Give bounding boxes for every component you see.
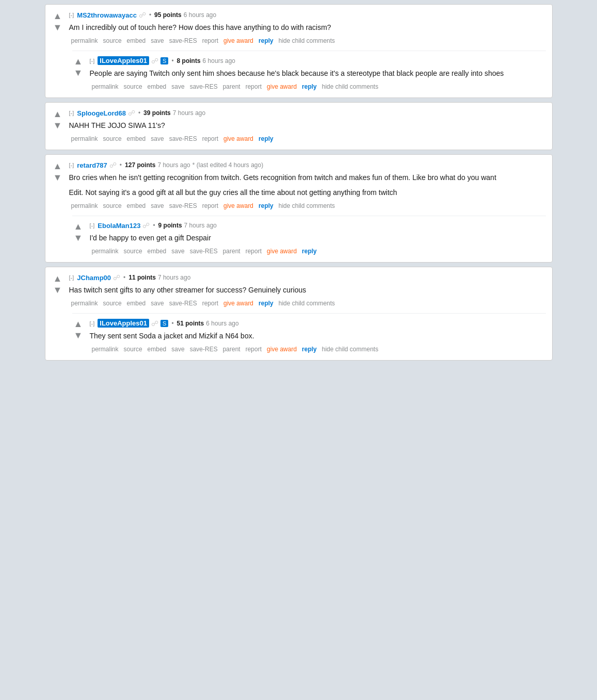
hide-child-link[interactable]: hide child comments [277, 201, 337, 210]
save-link[interactable]: save [169, 82, 186, 91]
downvote-arrow[interactable]: ▼ [74, 233, 83, 244]
save-link[interactable]: save [149, 134, 166, 143]
parent-link[interactable]: parent [221, 247, 243, 256]
username[interactable]: MS2throwawayacc [77, 11, 137, 19]
username[interactable]: EbolaMan123 [98, 222, 140, 230]
points: 127 points [125, 161, 155, 169]
save-res-link[interactable]: save-RES [167, 299, 199, 308]
source-link[interactable]: source [101, 134, 124, 143]
source-link[interactable]: source [101, 201, 124, 210]
report-link[interactable]: report [200, 134, 220, 143]
embed-link[interactable]: embed [146, 82, 169, 91]
save-link[interactable]: save [149, 36, 166, 45]
reply-link[interactable]: reply [300, 82, 319, 91]
reply-link[interactable]: reply [256, 299, 276, 308]
username[interactable]: SploogeLord68 [77, 109, 126, 117]
save-res-link[interactable]: save-RES [188, 345, 220, 354]
downvote-arrow[interactable]: ▼ [74, 330, 83, 341]
source-link[interactable]: source [122, 247, 144, 256]
upvote-arrow[interactable]: ▲ [74, 56, 83, 68]
save-res-link[interactable]: save-RES [167, 134, 199, 143]
parent-link[interactable]: parent [221, 82, 243, 91]
comment-header: [-] EbolaMan123 ☍ • 9 points 7 hours ago [90, 221, 546, 230]
give-award-link[interactable]: give award [265, 247, 299, 256]
reply-link[interactable]: reply [300, 247, 319, 256]
comment-block: ▲ ▼ [-] JChamp00 ☍ • 11 points 7 hours a… [45, 267, 553, 361]
give-award-link[interactable]: give award [265, 82, 299, 91]
save-res-link[interactable]: save-RES [188, 82, 220, 91]
collapse-button[interactable]: [-] [69, 274, 74, 281]
source-link[interactable]: source [101, 36, 124, 45]
report-link[interactable]: report [200, 299, 220, 308]
upvote-arrow[interactable]: ▲ [53, 273, 62, 285]
upvote-arrow[interactable]: ▲ [53, 109, 62, 120]
comment-row: ▲ ▼ [-] SploogeLord68 ☍ • 39 points 7 ho… [52, 109, 546, 143]
upvote-arrow[interactable]: ▲ [74, 319, 83, 330]
source-link[interactable]: source [101, 299, 124, 308]
embed-link[interactable]: embed [125, 299, 148, 308]
embed-link[interactable]: embed [146, 345, 169, 354]
save-res-link[interactable]: save-RES [188, 247, 220, 256]
permalink-link[interactable]: permalink [69, 201, 100, 210]
report-link[interactable]: report [244, 345, 264, 354]
permalink-link[interactable]: permalink [69, 36, 100, 45]
username[interactable]: JChamp00 [77, 274, 111, 282]
upvote-arrow[interactable]: ▲ [74, 221, 83, 233]
downvote-arrow[interactable]: ▼ [53, 22, 62, 34]
report-link[interactable]: report [244, 82, 264, 91]
embed-link[interactable]: embed [146, 247, 169, 256]
downvote-arrow[interactable]: ▼ [53, 285, 62, 296]
give-award-link[interactable]: give award [221, 201, 255, 210]
save-link[interactable]: save [149, 299, 166, 308]
embed-link[interactable]: embed [125, 134, 148, 143]
give-award-link[interactable]: give award [221, 134, 255, 143]
comment-content: [-] ILoveApples01 ☍ S • 51 points 6 hour… [90, 319, 546, 354]
reply-link[interactable]: reply [256, 201, 276, 210]
report-link[interactable]: report [244, 247, 264, 256]
hide-child-link[interactable]: hide child comments [277, 299, 337, 308]
save-link[interactable]: save [149, 201, 166, 210]
permalink-link[interactable]: permalink [90, 82, 121, 91]
upvote-arrow[interactable]: ▲ [53, 161, 62, 172]
embed-link[interactable]: embed [125, 201, 148, 210]
permalink-link[interactable]: permalink [69, 134, 100, 143]
username-highlighted[interactable]: ILoveApples01 [98, 56, 149, 65]
action-bar: permalink source embed save save-RES par… [90, 247, 546, 256]
hide-child-link[interactable]: hide child comments [320, 345, 380, 354]
username-highlighted[interactable]: ILoveApples01 [98, 319, 149, 328]
save-res-link[interactable]: save-RES [167, 36, 199, 45]
permalink-link[interactable]: permalink [90, 345, 121, 354]
hide-child-link[interactable]: hide child comments [277, 36, 337, 45]
child-comment: ▲ ▼ [-] EbolaMan123 ☍ • 9 points 7 hours… [72, 216, 546, 256]
collapse-button[interactable]: [-] [90, 222, 95, 229]
parent-link[interactable]: parent [221, 345, 243, 354]
reply-link[interactable]: reply [256, 36, 276, 45]
report-link[interactable]: report [200, 36, 220, 45]
reply-link[interactable]: reply [256, 134, 276, 143]
hide-child-link[interactable]: hide child comments [320, 82, 380, 91]
give-award-link[interactable]: give award [221, 299, 255, 308]
reply-link[interactable]: reply [300, 345, 319, 354]
collapse-button[interactable]: [-] [90, 58, 95, 64]
embed-link[interactable]: embed [125, 36, 148, 45]
collapse-button[interactable]: [-] [69, 110, 74, 116]
source-link[interactable]: source [122, 82, 144, 91]
downvote-arrow[interactable]: ▼ [74, 68, 83, 79]
permalink-link[interactable]: permalink [69, 299, 100, 308]
collapse-button[interactable]: [-] [69, 12, 74, 18]
collapse-button[interactable]: [-] [90, 320, 95, 327]
username[interactable]: retard787 [77, 161, 107, 169]
save-res-link[interactable]: save-RES [167, 201, 199, 210]
permalink-link[interactable]: permalink [90, 247, 121, 256]
upvote-arrow[interactable]: ▲ [53, 11, 62, 22]
collapse-button[interactable]: [-] [69, 162, 74, 168]
source-link[interactable]: source [122, 345, 144, 354]
report-link[interactable]: report [200, 201, 220, 210]
action-bar: permalink source embed save save-RES rep… [69, 134, 546, 143]
save-link[interactable]: save [169, 247, 186, 256]
downvote-arrow[interactable]: ▼ [53, 120, 62, 132]
give-award-link[interactable]: give award [265, 345, 299, 354]
save-link[interactable]: save [169, 345, 186, 354]
give-award-link[interactable]: give award [221, 36, 255, 45]
downvote-arrow[interactable]: ▼ [53, 172, 62, 184]
